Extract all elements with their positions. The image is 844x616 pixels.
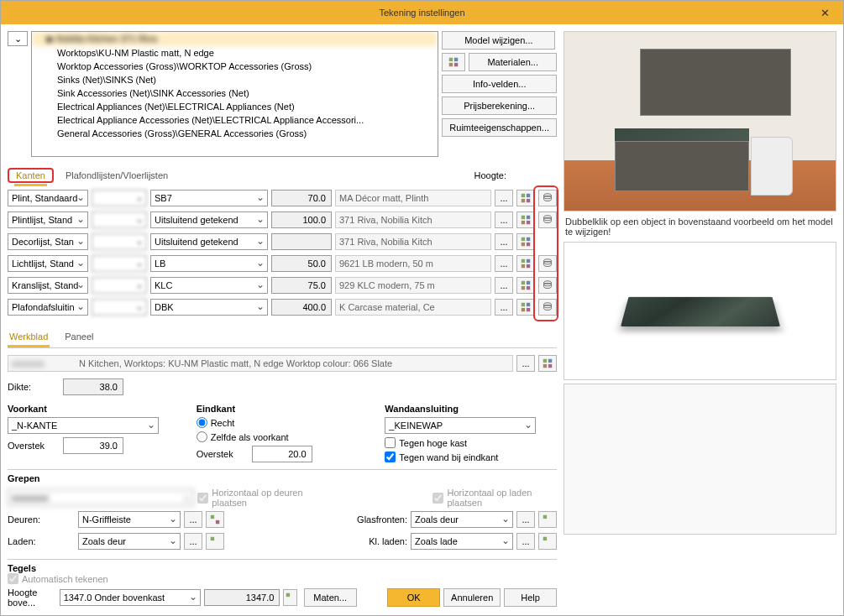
row-browse-button[interactable]: ...: [495, 233, 513, 250]
catalog-item[interactable]: Worktop Accessories (Gross)\WORKTOP Acce…: [32, 60, 438, 73]
catalog-item[interactable]: Sink Accessories (Net)\SINK Accessories …: [32, 86, 438, 100]
row-unknown-dropdown[interactable]: [92, 190, 147, 206]
catalog-item[interactable]: Worktops\KU-NM Plastic matt, N edge: [32, 46, 438, 60]
row-type-dropdown[interactable]: Plafondafsluitin: [8, 299, 88, 316]
row-type-dropdown[interactable]: Plint, Standaard: [8, 190, 88, 206]
room-props-button[interactable]: Ruimteeigenschappen...: [442, 118, 557, 137]
row-material-button[interactable]: [516, 277, 535, 294]
auto-tekenen-label: Automatisch tekenen: [22, 574, 108, 584]
laden-material[interactable]: [206, 533, 224, 550]
row-material-button[interactable]: [516, 211, 535, 228]
row-code-dropdown[interactable]: KLC: [150, 277, 268, 294]
tab-kanten[interactable]: Kanten: [14, 167, 47, 186]
materials-icon-button[interactable]: [442, 53, 465, 71]
row-code-dropdown[interactable]: Uitsluitend getekend: [150, 211, 268, 228]
row-unknown-dropdown[interactable]: [92, 255, 147, 272]
row-type-dropdown[interactable]: Lichtlijst, Stand: [8, 255, 88, 272]
kitchen-preview[interactable]: [564, 31, 836, 211]
glas-dropdown[interactable]: Zoals deur: [411, 511, 513, 528]
glas-material[interactable]: [538, 511, 557, 528]
tab-werkblad[interactable]: Werkblad: [8, 328, 50, 347]
row-browse-button[interactable]: ...: [495, 190, 513, 206]
wand-dropdown[interactable]: _KEINEWAP: [385, 417, 536, 434]
row-height-input[interactable]: [271, 299, 332, 316]
materials-button[interactable]: Materialen...: [469, 53, 557, 71]
catalog-item[interactable]: Sinks (Net)\SINKS (Net): [32, 73, 438, 86]
tab-plafond[interactable]: Plafondlijsten/Vloerlijsten: [64, 167, 170, 184]
overstek-end-input[interactable]: [252, 446, 312, 462]
hoogte-bove-dropdown[interactable]: 1347.0 Onder bovenkast: [60, 589, 202, 606]
deuren-dropdown[interactable]: N-Griffleiste: [78, 511, 181, 528]
zelfde-radio[interactable]: [197, 431, 207, 442]
kl-laden-browse[interactable]: ...: [516, 533, 535, 550]
row-desc: 371 Riva, Nobilia Kitch: [335, 233, 491, 250]
cancel-button[interactable]: Annuleren: [443, 588, 501, 607]
row-height-input[interactable]: [271, 211, 332, 228]
close-button[interactable]: ✕: [806, 1, 843, 24]
ok-button[interactable]: OK: [387, 588, 440, 607]
row-height-input[interactable]: [271, 233, 332, 250]
info-fields-button[interactable]: Info-velden...: [442, 75, 557, 93]
row-unknown-dropdown[interactable]: [92, 233, 147, 250]
tegen-hoge-check[interactable]: [385, 437, 396, 448]
row-height-input[interactable]: [271, 190, 332, 206]
row-db-button[interactable]: [538, 211, 557, 228]
deuren-browse[interactable]: ...: [184, 511, 202, 528]
overstek-front-input[interactable]: [63, 437, 123, 454]
laden-dropdown[interactable]: Zoals deur: [78, 533, 181, 550]
kl-laden-dropdown[interactable]: Zoals lade: [411, 533, 513, 550]
recht-radio[interactable]: [197, 417, 207, 428]
pricing-button[interactable]: Prijsberekening...: [442, 97, 557, 115]
row-material-button[interactable]: [516, 190, 535, 206]
row-db-button[interactable]: [538, 299, 557, 316]
deuren-material[interactable]: [206, 511, 224, 528]
tegen-wand-check[interactable]: [385, 452, 396, 462]
catalog-collapse-toggle[interactable]: ⌄: [8, 31, 28, 46]
row-material-button[interactable]: [516, 233, 535, 250]
row-browse-button[interactable]: ...: [495, 277, 513, 294]
row-browse-button[interactable]: ...: [495, 211, 513, 228]
row-browse-button[interactable]: ...: [495, 299, 513, 316]
hoogte-material[interactable]: [283, 589, 296, 606]
svg-rect-45: [216, 520, 219, 524]
row-code-dropdown[interactable]: Uitsluitend getekend: [150, 233, 268, 250]
dikte-input[interactable]: [63, 378, 123, 395]
row-material-button[interactable]: [516, 299, 535, 316]
catalog-item-selected[interactable]: ▶ Nobilia Kitchen 371 Riva: [32, 32, 438, 46]
row-height-input[interactable]: [271, 277, 332, 294]
row-material-button[interactable]: [516, 255, 535, 272]
maten-button[interactable]: Maten...: [304, 588, 357, 607]
row-unknown-dropdown[interactable]: [92, 211, 147, 228]
kl-laden-material[interactable]: [538, 533, 557, 550]
row-type-dropdown[interactable]: Plintlijst, Stand: [8, 211, 88, 228]
row-db-button[interactable]: [538, 190, 557, 206]
row-unknown-dropdown[interactable]: [92, 277, 147, 294]
catalog-item[interactable]: General Accessories (Gross)\GENERAL Acce…: [32, 127, 438, 140]
help-button[interactable]: Help: [504, 588, 557, 607]
row-type-dropdown[interactable]: Kranslijst, Stand: [8, 277, 88, 294]
row-db-button[interactable]: [538, 277, 557, 294]
catalog-list[interactable]: ▶ Nobilia Kitchen 371 Riva Worktops\KU-N…: [31, 31, 438, 157]
row-height-input[interactable]: [271, 255, 332, 272]
catalog-item[interactable]: Electrical Appliances (Net)\ELECTRICAL A…: [32, 100, 438, 113]
recht-label: Recht: [211, 418, 235, 428]
row-code-dropdown[interactable]: DBK: [150, 299, 268, 316]
row-type-dropdown[interactable]: Decorlijst, Stan: [8, 233, 88, 250]
hoogte-bove-input[interactable]: [204, 589, 280, 606]
row-unknown-dropdown[interactable]: [92, 299, 147, 316]
grepen-main-dropdown[interactable]: xxxxxxxx: [8, 489, 194, 506]
tab-paneel[interactable]: Paneel: [63, 328, 95, 347]
glas-browse[interactable]: ...: [516, 511, 535, 528]
row-code-dropdown[interactable]: SB7: [150, 190, 268, 206]
model-wijzigen-button[interactable]: Model wijzigen...: [442, 31, 555, 50]
row-code-dropdown[interactable]: LB: [150, 255, 268, 272]
laden-browse[interactable]: ...: [184, 533, 202, 550]
deuren-label: Deuren:: [8, 514, 75, 525]
material-preview[interactable]: [564, 242, 836, 380]
worktop-browse-button[interactable]: ...: [516, 355, 535, 372]
worktop-material-button[interactable]: [538, 355, 557, 372]
catalog-item[interactable]: Electrical Appliance Accessories (Net)\E…: [32, 113, 438, 127]
row-browse-button[interactable]: ...: [495, 255, 513, 272]
row-db-button[interactable]: [538, 255, 557, 272]
voorkant-dropdown[interactable]: _N-KANTE: [8, 417, 159, 434]
